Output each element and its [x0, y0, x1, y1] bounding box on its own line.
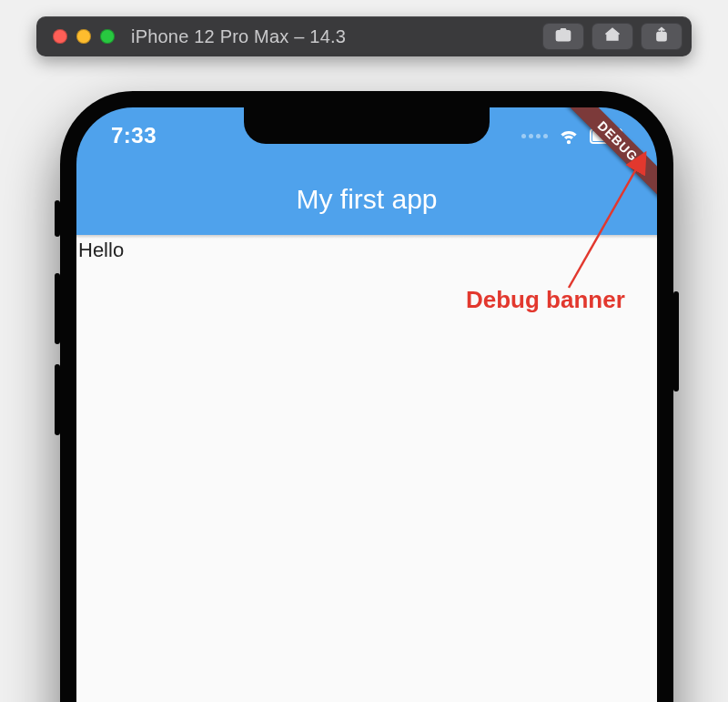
status-time: 7:33: [111, 123, 157, 148]
status-right: [521, 124, 622, 148]
minimize-window-button[interactable]: [76, 29, 91, 44]
battery-icon: [590, 128, 622, 144]
device-notch: [244, 107, 490, 144]
screenshot-icon: [554, 25, 572, 47]
zoom-window-button[interactable]: [100, 29, 115, 44]
cell-dots-icon: [521, 134, 548, 138]
app-bar-shadow: [76, 235, 657, 239]
app-bar-title: My first app: [296, 184, 437, 215]
close-window-button[interactable]: [53, 29, 67, 44]
simulator-toolbar: [542, 23, 682, 50]
iphone-device-frame: 7:33 DEBUG: [60, 91, 673, 702]
share-icon: [652, 25, 671, 47]
share-button[interactable]: [641, 23, 682, 50]
svg-point-1: [561, 33, 565, 37]
volume-up-button[interactable]: [55, 273, 60, 344]
mute-switch[interactable]: [55, 200, 60, 237]
window-traffic-lights: [53, 29, 115, 44]
annotation-label: Debug banner: [466, 286, 625, 314]
volume-down-button[interactable]: [55, 364, 60, 435]
power-button[interactable]: [673, 291, 679, 392]
app-bar: My first app: [76, 164, 657, 235]
home-button[interactable]: [592, 23, 633, 50]
simulator-title: iPhone 12 Pro Max – 14.3: [131, 26, 346, 47]
simulator-titlebar: iPhone 12 Pro Max – 14.3: [36, 16, 692, 56]
screenshot-button[interactable]: [542, 23, 584, 50]
phone-screen: 7:33 DEBUG: [76, 107, 657, 702]
wifi-icon: [557, 124, 581, 148]
home-icon: [603, 25, 622, 47]
body-text: Hello: [76, 235, 657, 266]
